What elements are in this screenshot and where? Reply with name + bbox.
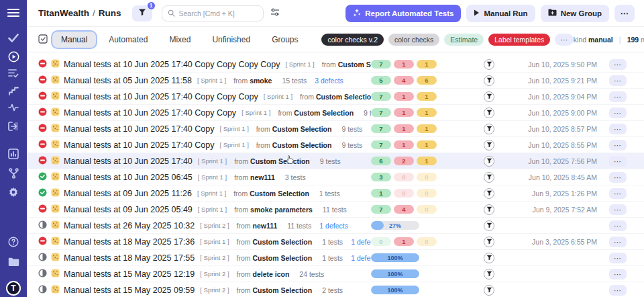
new-group-button[interactable]: New Group: [541, 5, 609, 22]
run-row[interactable]: Manual tests at 10 Jun 2025 17:40 Copy C…: [27, 105, 644, 121]
filter-button[interactable]: 1: [132, 5, 152, 22]
run-title[interactable]: Manual tests at 05 Jun 2025 11:58: [64, 76, 192, 85]
filter-tags-more-button[interactable]: ⋯: [555, 34, 574, 46]
run-more-button[interactable]: ⋯: [609, 220, 627, 231]
tab-unfinished[interactable]: Unfinished: [203, 32, 259, 48]
run-title[interactable]: Manual tests at 10 Jun 2025 17:40 Copy: [64, 124, 214, 134]
run-defects-link[interactable]: 1 defects: [319, 222, 348, 230]
filter-tag[interactable]: color checks: [388, 34, 439, 46]
run-title[interactable]: Manual tests at 18 May 2025 17:55: [64, 253, 195, 263]
run-more-button[interactable]: ⋯: [609, 237, 627, 247]
search-box[interactable]: [162, 5, 264, 22]
tab-automated[interactable]: Automated: [100, 32, 156, 48]
run-row[interactable]: Manual tests at 10 Jun 2025 17:40[ Sprin…: [27, 153, 644, 169]
run-title[interactable]: Manual tests at 10 Jun 2025 06:45: [64, 173, 193, 182]
tab-groups[interactable]: Groups: [263, 32, 307, 48]
run-row[interactable]: Manual tests at 10 Jun 2025 17:40 Copy C…: [27, 56, 644, 73]
report-automated-tests-button[interactable]: Report Automated Tests: [345, 5, 461, 22]
sidebar-item-list-check[interactable]: [0, 69, 27, 78]
run-row[interactable]: Manual tests at 10 Jun 2025 17:40 Copy[ …: [27, 137, 644, 153]
run-more-button[interactable]: ⋯: [609, 285, 627, 296]
run-row[interactable]: Manual tests at 18 May 2025 17:36[ Sprin…: [27, 234, 644, 250]
sidebar-item-activity[interactable]: [0, 103, 27, 112]
run-defects-link[interactable]: 3 defects: [315, 77, 343, 85]
run-more-button[interactable]: ⋯: [609, 269, 627, 280]
run-more-button[interactable]: ⋯: [609, 75, 627, 86]
run-filter-funnel-icon[interactable]: [484, 140, 494, 151]
search-input[interactable]: [179, 9, 253, 17]
run-title[interactable]: Manual tests at 09 Jun 2025 11:26: [64, 189, 192, 198]
sidebar-item-menu[interactable]: [0, 8, 27, 17]
tab-mixed[interactable]: Mixed: [160, 32, 199, 48]
run-row[interactable]: Manual tests at 09 Jun 2025 11:26[ Sprin…: [27, 185, 644, 202]
run-filter-funnel-icon[interactable]: [484, 108, 494, 118]
run-filter-funnel-icon[interactable]: [484, 188, 494, 199]
display-settings-button[interactable]: [270, 8, 280, 18]
run-title[interactable]: Manual tests at 09 Jun 2025 05:49: [64, 205, 193, 214]
breadcrumb-project[interactable]: TitanWealth: [38, 8, 89, 18]
sidebar-item-check[interactable]: [0, 34, 27, 42]
run-defects-link[interactable]: 1 defects: [351, 254, 371, 262]
run-title[interactable]: Manual tests at 10 Jun 2025 17:40 Copy C…: [64, 92, 258, 101]
run-more-button[interactable]: ⋯: [609, 253, 627, 263]
run-title[interactable]: Manual tests at 18 May 2025 17:36: [64, 237, 195, 247]
filter-tag[interactable]: color checks v.2: [321, 34, 384, 46]
run-filter-funnel-icon[interactable]: [484, 220, 494, 231]
run-title[interactable]: Manual tests at 10 Jun 2025 17:40: [64, 157, 193, 166]
run-filter-funnel-icon[interactable]: [484, 237, 494, 247]
run-filter-funnel-icon[interactable]: [484, 269, 494, 280]
run-more-button[interactable]: ⋯: [609, 108, 627, 118]
sidebar-item-help[interactable]: [0, 237, 27, 247]
run-main-cell: Manual tests at 10 Jun 2025 17:40 Copy[ …: [38, 123, 371, 135]
run-filter-funnel-icon[interactable]: [484, 156, 494, 167]
run-more-button[interactable]: ⋯: [609, 140, 627, 151]
run-more-button[interactable]: ⋯: [609, 156, 627, 167]
run-timestamp: Jun 10, 2025 9:21 PM: [506, 77, 597, 85]
tab-manual[interactable]: Manual: [52, 32, 96, 48]
run-filter-funnel-icon[interactable]: [484, 172, 494, 183]
run-more-button[interactable]: ⋯: [609, 188, 627, 199]
run-title[interactable]: Manual tests at 10 Jun 2025 17:40 Copy: [64, 140, 214, 150]
run-filter-funnel-icon[interactable]: [484, 124, 494, 134]
run-more-button[interactable]: ⋯: [609, 204, 627, 215]
select-all-button[interactable]: [38, 34, 48, 46]
run-title[interactable]: Manual tests at 10 Jun 2025 17:40 Copy C…: [64, 108, 236, 118]
run-title[interactable]: Manual tests at 15 May 2025 12:19: [64, 269, 195, 279]
run-more-button[interactable]: ⋯: [609, 91, 627, 102]
run-more-button[interactable]: ⋯: [609, 172, 627, 183]
sidebar-item-folder[interactable]: [0, 257, 27, 267]
sidebar-item-play-circle[interactable]: [0, 51, 27, 62]
cookie-emoji-icon: [51, 284, 60, 296]
run-filter-funnel-icon[interactable]: [484, 75, 494, 86]
header-more-button[interactable]: ⋯: [614, 5, 635, 22]
run-row[interactable]: Manual tests at 10 Jun 2025 06:45[ Sprin…: [27, 169, 644, 185]
run-row[interactable]: Manual tests at 26 May 2025 10:32[ Sprin…: [27, 218, 644, 234]
run-more-button[interactable]: ⋯: [609, 124, 627, 134]
run-row[interactable]: Manual tests at 10 Jun 2025 17:40 Copy[ …: [27, 121, 644, 137]
run-title[interactable]: Manual tests at 15 May 2025 09:59: [64, 286, 195, 295]
run-filter-funnel-icon[interactable]: [484, 285, 494, 296]
sidebar-item-branch[interactable]: [0, 168, 27, 179]
run-row[interactable]: Manual tests at 05 Jun 2025 11:58[ Sprin…: [27, 73, 644, 89]
sidebar-item-exit-box[interactable]: [0, 122, 27, 131]
run-filter-funnel-icon[interactable]: [484, 59, 494, 70]
sidebar-item-chart[interactable]: [0, 148, 27, 159]
run-filter-funnel-icon[interactable]: [484, 204, 494, 215]
run-filter-funnel-icon[interactable]: [484, 91, 494, 102]
run-filter-funnel-icon[interactable]: [484, 253, 494, 263]
sidebar-item-steps[interactable]: [0, 86, 27, 95]
run-row[interactable]: Manual tests at 15 May 2025 12:19[ Sprin…: [27, 266, 644, 282]
filter-tag[interactable]: Label templates: [488, 34, 550, 46]
run-row[interactable]: Manual tests at 18 May 2025 17:55[ Sprin…: [27, 250, 644, 266]
run-title[interactable]: Manual tests at 10 Jun 2025 17:40 Copy C…: [64, 60, 280, 69]
run-row[interactable]: Manual tests at 15 May 2025 09:59[ Sprin…: [27, 282, 644, 297]
manual-run-button[interactable]: Manual Run: [466, 5, 535, 22]
avatar[interactable]: T: [6, 281, 21, 296]
run-row[interactable]: Manual tests at 10 Jun 2025 17:40 Copy C…: [27, 89, 644, 105]
filter-tag[interactable]: Estimate: [444, 34, 484, 46]
run-row[interactable]: Manual tests at 09 Jun 2025 05:49[ Sprin…: [27, 202, 644, 218]
sidebar-item-gear[interactable]: [0, 187, 27, 198]
run-title[interactable]: Manual tests at 26 May 2025 10:32: [64, 221, 195, 230]
run-more-button[interactable]: ⋯: [609, 59, 627, 70]
run-defects-link[interactable]: 1 defects: [351, 238, 371, 246]
